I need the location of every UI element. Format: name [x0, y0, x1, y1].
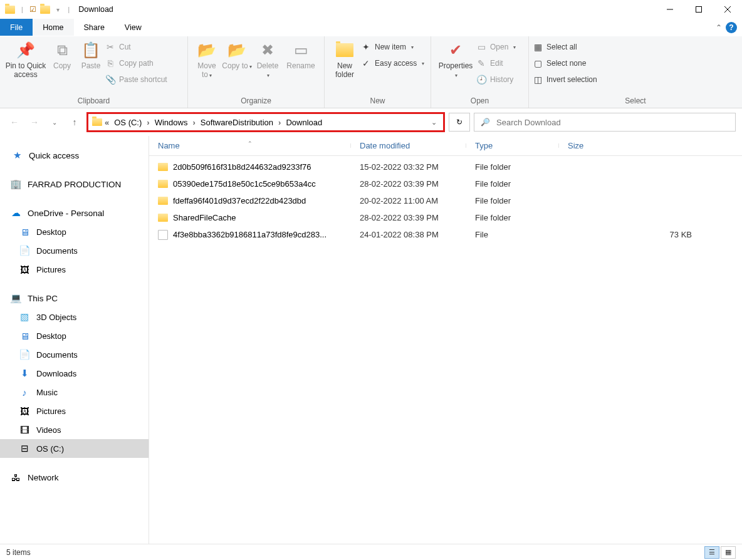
breadcrumb-segment[interactable]: Download — [283, 118, 325, 127]
sidebar-pictures[interactable]: 🖼Pictures — [0, 402, 149, 420]
breadcrumb-segment[interactable]: Windows — [152, 118, 191, 127]
cut-button[interactable]: ✂Cut — [105, 40, 167, 54]
file-row[interactable]: SharedFileCache28-02-2022 03:39 PMFile f… — [149, 209, 742, 226]
copy-path-icon: ⎘ — [105, 58, 115, 68]
sidebar-documents[interactable]: 📄Documents — [0, 345, 149, 364]
search-icon: 🔍 — [481, 118, 490, 127]
column-type[interactable]: Type — [466, 141, 559, 150]
sort-caret-icon: ⌃ — [248, 140, 253, 147]
up-button[interactable]: ↑ — [66, 114, 83, 130]
paste-shortcut-icon: 📎 — [105, 75, 115, 85]
checkmark-icon[interactable]: ☑ — [29, 5, 36, 14]
file-name-cell: 05390ede175d18e50c1c5ce9b653a4cc — [149, 179, 351, 189]
sidebar-downloads[interactable]: ⬇Downloads — [0, 364, 149, 383]
this-pc-icon: 💻 — [10, 293, 21, 304]
copy-to-button[interactable]: 📂 Copy to▾ — [222, 39, 252, 70]
icons-view-button[interactable]: ▦ — [721, 546, 736, 559]
chevron-right-icon[interactable]: › — [192, 118, 195, 127]
file-size: 73 KB — [559, 230, 742, 239]
select-none-icon: ▢ — [533, 58, 543, 68]
tab-file[interactable]: File — [0, 19, 33, 36]
search-input[interactable] — [496, 118, 729, 127]
videos-icon: 🎞 — [19, 424, 30, 435]
breadcrumb-segment[interactable]: SoftwareDistribution — [198, 118, 276, 127]
sidebar-os-c[interactable]: ⊟OS (C:) — [0, 439, 149, 458]
recent-locations-button[interactable]: ⌄ — [46, 114, 63, 130]
easy-access-button[interactable]: ✓Easy access▾ — [361, 56, 424, 70]
help-icon[interactable]: ? — [726, 22, 737, 33]
copy-label: Copy — [53, 61, 71, 70]
paste-button[interactable]: 📋 Paste — [76, 39, 105, 70]
column-name[interactable]: ⌃Name — [149, 141, 351, 150]
forward-button[interactable]: → — [26, 114, 43, 130]
delete-icon: ✖ — [258, 40, 278, 60]
refresh-button[interactable]: ↻ — [449, 113, 470, 132]
file-row[interactable]: 4f3e8bba3362b9186811a73fd8fe9cd283...24-… — [149, 226, 742, 243]
select-group-label: Select — [533, 95, 738, 108]
new-item-button[interactable]: ✦New item▾ — [361, 40, 424, 54]
chevron-right-icon[interactable]: › — [147, 118, 149, 127]
move-to-button[interactable]: 📂 Move to▾ — [192, 39, 222, 79]
paste-icon: 📋 — [81, 40, 101, 60]
collapse-ribbon-icon[interactable]: ⌃ — [716, 23, 722, 32]
sidebar-videos[interactable]: 🎞Videos — [0, 420, 149, 439]
invert-selection-button[interactable]: ◫Invert selection — [533, 73, 597, 86]
search-box[interactable]: 🔍 — [474, 113, 736, 132]
sidebar-onedrive[interactable]: ☁OneDrive - Personal — [0, 204, 149, 222]
file-row[interactable]: 05390ede175d18e50c1c5ce9b653a4cc28-02-20… — [149, 175, 742, 192]
address-bar[interactable]: « OS (C:) › Windows › SoftwareDistributi… — [86, 112, 445, 132]
sidebar-quick-access[interactable]: ★Quick access — [0, 146, 149, 165]
rename-button[interactable]: ▭ Rename — [283, 39, 318, 70]
chevron-icon[interactable]: « — [105, 118, 109, 127]
paste-shortcut-button[interactable]: 📎Paste shortcut — [105, 73, 167, 86]
pin-to-quick-access-button[interactable]: 📌 Pin to Quick access — [4, 39, 48, 80]
title-bar: | ☑ ▾ | Download — [0, 0, 742, 19]
maximize-button[interactable] — [684, 0, 713, 19]
tab-view[interactable]: View — [115, 19, 152, 36]
window-title: Download — [72, 5, 113, 14]
file-list-pane: ⌃Name Date modified Type Size 2d0b509f61… — [149, 136, 742, 544]
sidebar-3d-objects[interactable]: ▧3D Objects — [0, 308, 149, 326]
building-icon: 🏢 — [10, 179, 21, 190]
sidebar-od-documents[interactable]: 📄Documents — [0, 241, 149, 260]
sidebar-od-pictures[interactable]: 🖼Pictures — [0, 260, 149, 279]
sidebar-od-desktop[interactable]: 🖥Desktop — [0, 222, 149, 241]
history-button[interactable]: 🕘History — [476, 73, 516, 86]
copy-path-button[interactable]: ⎘Copy path — [105, 56, 167, 70]
sidebar-this-pc[interactable]: 💻This PC — [0, 289, 149, 308]
file-row[interactable]: fdeffa96f401d9d37ecd2f22db423dbd20-02-20… — [149, 192, 742, 209]
qat-dropdown-icon[interactable]: ▾ — [54, 6, 62, 13]
column-date[interactable]: Date modified — [351, 141, 466, 150]
sidebar-desktop[interactable]: 🖥Desktop — [0, 326, 149, 345]
close-button[interactable] — [713, 0, 742, 19]
properties-button[interactable]: ✔ Properties▾ — [435, 39, 476, 79]
tab-home[interactable]: Home — [33, 19, 73, 36]
open-button[interactable]: ▭Open▾ — [476, 40, 516, 54]
select-all-button[interactable]: ▦Select all — [533, 40, 597, 54]
navigation-pane[interactable]: ★Quick access 🏢FARRAD PRODUCTION ☁OneDri… — [0, 136, 149, 544]
copy-button[interactable]: ⧉ Copy — [48, 39, 76, 70]
tab-share[interactable]: Share — [74, 19, 115, 36]
sidebar-music[interactable]: ♪Music — [0, 383, 149, 402]
file-row[interactable]: 2d0b509f616f31b8d244632ad9233f7615-02-20… — [149, 158, 742, 175]
folder-icon[interactable] — [40, 6, 50, 14]
paste-label: Paste — [81, 61, 101, 70]
file-type: File folder — [466, 179, 559, 189]
select-none-button[interactable]: ▢Select none — [533, 56, 597, 70]
delete-button[interactable]: ✖ Delete▾ — [252, 39, 283, 79]
column-size[interactable]: Size — [559, 141, 742, 150]
new-folder-button[interactable]: New folder — [328, 39, 361, 80]
edit-button[interactable]: ✎Edit — [476, 56, 516, 70]
file-type: File — [466, 230, 559, 239]
open-group-label: Open — [435, 95, 525, 108]
sidebar-farrad[interactable]: 🏢FARRAD PRODUCTION — [0, 175, 149, 194]
chevron-right-icon[interactable]: › — [278, 118, 281, 127]
minimize-button[interactable] — [656, 0, 684, 19]
file-name-cell: 2d0b509f616f31b8d244632ad9233f76 — [149, 162, 351, 172]
address-dropdown-icon[interactable]: ⌄ — [431, 118, 439, 127]
file-name: 05390ede175d18e50c1c5ce9b653a4cc — [173, 179, 316, 189]
sidebar-network[interactable]: 🖧Network — [0, 468, 149, 487]
breadcrumb-segment[interactable]: OS (C:) — [112, 118, 144, 127]
back-button[interactable]: ← — [6, 114, 23, 130]
details-view-button[interactable]: ☰ — [704, 546, 719, 559]
